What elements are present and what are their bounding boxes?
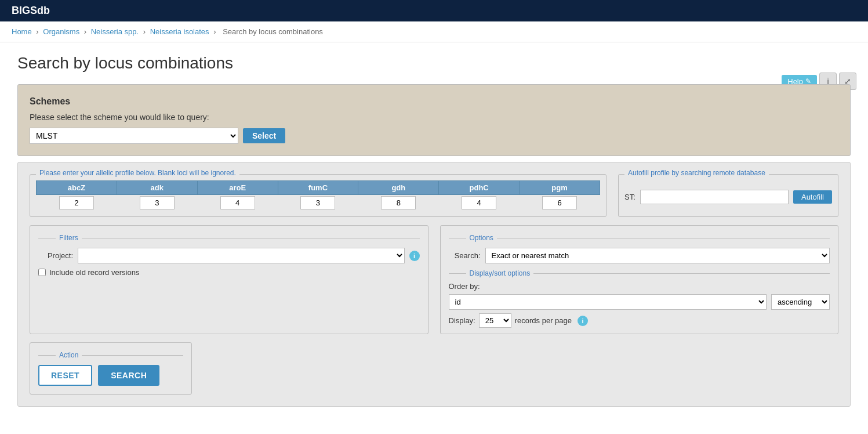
locus-header-adk: adk [117,181,197,195]
locus-input-aroE[interactable] [220,196,255,209]
direction-select[interactable]: ascending descending [771,294,830,310]
topbar: BIGSdb [0,0,868,21]
display-select[interactable]: 25 50 100 200 [479,313,511,328]
autofill-legend: Autofill profile by searching remote dat… [624,169,769,177]
reset-button[interactable]: RESET [38,365,92,386]
allelic-left: Please enter your allelic profile below.… [30,174,606,217]
action-legend-row: Action [38,351,183,359]
select-button[interactable]: Select [243,128,285,143]
schemes-heading: Schemes [30,96,838,107]
display-sort-legend-row: Display/sort options [449,269,830,277]
locus-input-abcZ[interactable] [59,196,94,209]
schemes-panel: Schemes Please select the scheme you wou… [17,84,851,156]
search-button[interactable]: SEARCH [98,365,159,386]
records-per-page-label: records per page [515,316,572,325]
project-info-icon[interactable]: i [409,251,420,261]
st-label: ST: [624,193,635,201]
include-old-checkbox[interactable] [38,269,46,276]
locus-header-aroE: aroE [197,181,278,195]
locus-input-fumC[interactable] [300,196,335,209]
app-title: BIGSdb [12,5,50,16]
locus-header-fumC: fumC [278,181,358,195]
search-select[interactable]: Exact or nearest match Exact matches onl… [485,248,830,263]
locus-input-gdh[interactable] [381,196,416,209]
filters-legend-row: Filters [38,234,420,242]
allelic-legend: Please enter your allelic profile below.… [36,169,239,177]
breadcrumb-home[interactable]: Home [12,27,32,36]
search-label: Search: [449,251,481,260]
search-panel: Please enter your allelic profile below.… [17,162,851,407]
autofill-panel: Autofill profile by searching remote dat… [618,174,838,217]
locus-input-adk[interactable] [140,196,175,209]
autofill-row: ST: Autofill [624,190,832,204]
locus-input-pgm[interactable] [542,196,577,209]
locus-table: abcZ adk aroE fumC gdh pdhC pgm [36,180,600,211]
options-legend-row: Options [449,234,830,242]
options-legend: Options [470,234,493,242]
project-select[interactable] [78,248,405,263]
breadcrumb: Home › Organisms › Neisseria spp. › Neis… [0,21,868,42]
page-title: Search by locus combinations [17,54,851,73]
autofill-button[interactable]: Autofill [793,190,832,204]
allelic-outer: Please enter your allelic profile below.… [30,174,838,217]
breadcrumb-organisms[interactable]: Organisms [43,27,79,36]
search-row: Search: Exact or nearest match Exact mat… [449,248,830,263]
display-row: Display: 25 50 100 200 records per page … [449,313,830,328]
order-by-label: Order by: [449,282,480,291]
main-content: Search by locus combinations Schemes Ple… [0,42,868,418]
locus-header-gdh: gdh [358,181,439,195]
order-by-row: Order by: [449,282,830,291]
display-sort-legend: Display/sort options [470,269,531,277]
locus-header-pdhC: pdhC [439,181,520,195]
display-info-icon[interactable]: i [578,316,588,326]
scheme-select-row: MLST Select [30,128,838,144]
action-buttons: RESET SEARCH [38,365,183,386]
action-section: Action RESET SEARCH [30,342,192,395]
filters-legend: Filters [59,234,78,242]
project-label: Project: [38,251,73,260]
display-label: Display: [449,316,475,325]
project-row: Project: i [38,248,420,263]
breadcrumb-current: Search by locus combinations [223,27,323,36]
locus-header-abcZ: abcZ [37,181,117,195]
include-old-row: Include old record versions [38,268,420,277]
options-section: Options Search: Exact or nearest match E… [440,225,839,334]
schemes-description: Please select the scheme you would like … [30,113,838,122]
filters-options-row: Filters Project: i Include old record ve… [30,225,838,334]
action-legend: Action [59,351,78,359]
filters-section: Filters Project: i Include old record ve… [30,225,428,334]
breadcrumb-neisseria-spp[interactable]: Neisseria spp. [91,27,139,36]
order-by-select[interactable]: id [449,294,767,310]
locus-input-pdhC[interactable] [462,196,496,209]
include-old-label: Include old record versions [49,268,139,277]
breadcrumb-neisseria-isolates[interactable]: Neisseria isolates [150,27,209,36]
st-input[interactable] [640,190,789,204]
locus-header-pgm: pgm [520,181,600,195]
scheme-select[interactable]: MLST [30,128,238,144]
